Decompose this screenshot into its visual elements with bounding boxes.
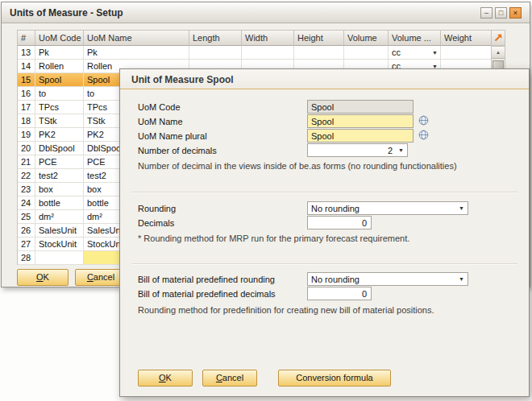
uom-detail-dialog: Unit of Measure Spool UoM Code Spool UoM… <box>119 68 530 397</box>
column-header-weight[interactable]: Weight <box>441 31 492 46</box>
cell[interactable]: 28 <box>18 251 35 265</box>
dialog-ok-button[interactable]: OK <box>138 370 193 387</box>
cell[interactable]: 27 <box>18 238 35 251</box>
ok-button[interactable]: OK <box>17 269 69 286</box>
cell[interactable]: 19 <box>18 128 35 142</box>
cell[interactable]: dm² <box>35 210 84 224</box>
cell[interactable]: 22 <box>18 169 35 183</box>
cell[interactable]: test2 <box>35 169 84 183</box>
cell[interactable]: 26 <box>18 224 35 238</box>
cell[interactable]: 23 <box>18 183 35 196</box>
cell[interactable] <box>35 251 84 265</box>
uom-name-plural-label: UoM Name plural <box>138 131 207 141</box>
cell[interactable]: 18 <box>18 114 35 128</box>
column-header-volume[interactable]: Volume <box>344 31 389 46</box>
column-header-uom_code[interactable]: UoM Code <box>35 31 84 46</box>
cell[interactable] <box>242 46 294 60</box>
separator <box>131 192 517 193</box>
cell[interactable]: bottle <box>35 196 84 210</box>
cell[interactable]: 25 <box>18 210 35 224</box>
bom-rounding-value: No rounding <box>311 275 360 284</box>
cell[interactable] <box>294 46 344 60</box>
number-of-decimals-select[interactable]: 2 ▼ <box>307 143 408 157</box>
cell[interactable] <box>189 46 242 60</box>
rounding-value: No rounding <box>311 204 360 213</box>
cell[interactable]: to <box>35 87 84 101</box>
bom-decimals-label: Bill of material predefined decimals <box>138 289 276 299</box>
bom-decimals-input[interactable]: 0 <box>307 287 372 300</box>
table-row[interactable]: 13PkPkcc▼ <box>18 46 491 60</box>
cell[interactable]: box <box>35 183 84 196</box>
cell[interactable]: DblSpool <box>35 142 84 155</box>
dialog-cancel-button[interactable]: Cancel <box>202 370 257 387</box>
decimals-input[interactable]: 0 <box>307 216 372 229</box>
column-header-num[interactable]: # <box>18 31 35 46</box>
cell[interactable]: 16 <box>18 87 35 101</box>
column-header-volume_uom[interactable]: Volume ... <box>389 31 441 46</box>
scroll-up-icon[interactable]: ▲ <box>492 47 505 59</box>
volume-uom-value: cc <box>392 48 401 57</box>
volume-uom-select[interactable]: cc▼ <box>389 46 441 60</box>
column-header-uom_name[interactable]: UoM Name <box>84 31 189 46</box>
chevron-down-icon: ▼ <box>432 50 438 56</box>
expand-arrow-icon <box>493 33 503 43</box>
window-controls: – □ × <box>480 7 522 19</box>
maximize-button[interactable]: □ <box>495 7 507 19</box>
dialog-title: Unit of Measure Spool <box>120 69 529 89</box>
cell[interactable]: 24 <box>18 196 35 210</box>
window-title: Units of Measure - Setup <box>10 7 123 19</box>
uom-name-label: UoM Name <box>138 117 183 126</box>
cell[interactable]: 14 <box>18 60 35 73</box>
decimals-label: Decimals <box>138 218 174 228</box>
cell[interactable]: TStk <box>35 114 84 128</box>
close-button[interactable]: × <box>509 7 522 19</box>
cell[interactable]: 21 <box>18 155 35 169</box>
cell[interactable]: SalesUnit <box>35 224 84 238</box>
table-header: #UoM CodeUoM NameLengthWidthHeightVolume… <box>18 31 491 46</box>
chevron-down-icon: ▼ <box>459 276 464 282</box>
cell[interactable]: StockUnit <box>35 238 84 251</box>
cell[interactable]: TPcs <box>35 101 84 114</box>
cell[interactable]: Pk <box>35 46 84 60</box>
cell[interactable]: 20 <box>18 142 35 155</box>
cell[interactable] <box>441 46 492 60</box>
column-header-height[interactable]: Height <box>294 31 344 46</box>
uom-code-field: Spool <box>307 100 414 114</box>
globe-icon[interactable] <box>418 115 429 126</box>
cell[interactable]: 15 <box>18 73 35 87</box>
cell[interactable]: PCE <box>35 155 84 169</box>
globe-icon[interactable] <box>418 130 429 140</box>
cell[interactable]: 17 <box>18 101 35 114</box>
column-header-width[interactable]: Width <box>242 31 294 46</box>
chevron-down-icon: ▼ <box>398 147 404 153</box>
screen: Units of Measure - Setup – □ × #UoM Code… <box>0 0 532 401</box>
number-of-decimals-value: 2 <box>388 146 393 155</box>
rounding-select[interactable]: No rounding ▼ <box>307 201 468 215</box>
number-of-decimals-label: Number of decimals <box>138 146 217 155</box>
minimize-button[interactable]: – <box>480 7 493 19</box>
bom-rounding-label: Bill of material predefined rounding <box>138 275 275 284</box>
cell[interactable]: Pk <box>84 46 189 60</box>
cell[interactable]: Rollen <box>35 60 84 73</box>
chevron-down-icon: ▼ <box>459 205 464 211</box>
rounding-label: Rounding <box>138 204 176 213</box>
bom-rounding-select[interactable]: No rounding ▼ <box>307 272 468 286</box>
cell[interactable]: PK2 <box>35 128 84 142</box>
decimals-note: Number of decimal in the views inside of… <box>138 161 514 171</box>
conversion-formula-button[interactable]: Conversion formula <box>278 370 391 387</box>
cell[interactable] <box>344 46 389 60</box>
cell[interactable]: 13 <box>18 46 35 60</box>
cell[interactable]: Spool <box>35 73 84 87</box>
separator <box>131 263 517 265</box>
bom-note: Rounding method for predefinition for cr… <box>138 305 514 315</box>
uom-name-plural-input[interactable]: Spool <box>307 129 414 143</box>
expand-grid-icon[interactable] <box>491 30 505 46</box>
main-window-titlebar[interactable]: Units of Measure - Setup – □ × <box>2 2 530 23</box>
column-header-length[interactable]: Length <box>189 31 242 46</box>
uom-name-input[interactable]: Spool <box>307 114 414 128</box>
uom-code-label: UoM Code <box>138 102 181 112</box>
mrp-note: * Rounding method for MRP run for the pr… <box>138 234 514 243</box>
